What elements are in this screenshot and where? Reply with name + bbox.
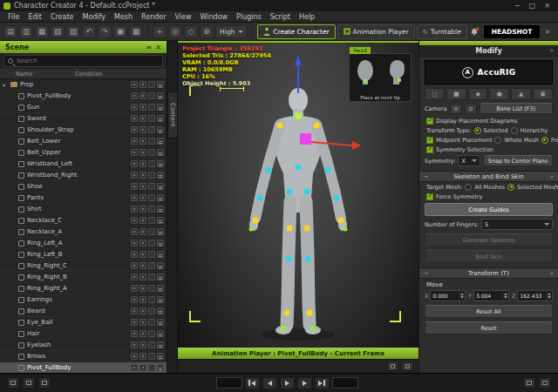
camera-side-icon[interactable] [465, 104, 477, 114]
more-options-icon[interactable] [157, 81, 164, 88]
lock-toggle-icon[interactable] [148, 341, 155, 348]
visibility-toggle-icon[interactable] [131, 194, 138, 201]
redo-icon[interactable]: ↷ [98, 25, 112, 38]
more-options-icon[interactable] [157, 217, 164, 224]
mesh-toggle-icon[interactable] [140, 296, 146, 303]
visibility-toggle-icon[interactable] [131, 92, 138, 99]
move-x-field[interactable]: 0.000 [430, 290, 466, 301]
visibility-toggle-icon[interactable] [131, 160, 138, 167]
visibility-toggle-icon[interactable] [131, 251, 138, 258]
rotate-tool-icon[interactable]: ◎ [168, 25, 182, 38]
lock-toggle-icon[interactable] [148, 92, 155, 99]
lock-toggle-icon[interactable] [148, 149, 155, 156]
expander-icon[interactable]: ▾ [3, 82, 10, 88]
mesh-toggle-icon[interactable] [140, 104, 146, 111]
lock-toggle-icon[interactable] [148, 251, 155, 258]
maximize-button[interactable]: □ [525, 0, 540, 11]
mesh-toggle-icon[interactable] [140, 251, 146, 258]
collapse-icon[interactable]: − [424, 270, 429, 277]
fingers-dropdown[interactable]: 5 [481, 219, 553, 230]
mesh-toggle-icon[interactable] [140, 81, 146, 88]
snap-center-plane-button[interactable]: Snap to Center Plane [483, 155, 553, 166]
visibility-toggle-icon[interactable] [131, 126, 138, 133]
skeleton-section-header[interactable]: − Skeleton and Bind Skin » [419, 171, 558, 182]
lock-toggle-icon[interactable] [148, 274, 155, 280]
column-name[interactable]: Name [0, 71, 75, 78]
spinner[interactable] [459, 291, 465, 301]
visibility-toggle-icon[interactable] [131, 262, 138, 269]
midpoint-checkbox[interactable] [426, 137, 433, 144]
more-options-icon[interactable] [157, 341, 164, 348]
minimize-button[interactable]: ─ [510, 0, 525, 11]
visibility-toggle-icon[interactable] [131, 81, 138, 88]
scene-tree-item[interactable]: Shoe [0, 181, 167, 193]
panel-menu-icon[interactable]: ≡ [146, 44, 153, 51]
lock-toggle-icon[interactable] [148, 183, 155, 190]
more-options-icon[interactable] [157, 104, 164, 111]
more-options-icon[interactable] [157, 240, 164, 247]
scene-tree-item[interactable]: Eye_Ball [0, 317, 167, 328]
section-more-icon[interactable]: » [550, 270, 554, 277]
transform-hierarchy-radio[interactable] [511, 127, 518, 134]
loop-icon[interactable] [523, 377, 535, 389]
toolbar-overflow-button[interactable]: » [542, 28, 552, 36]
mesh-toggle-icon[interactable] [140, 183, 146, 190]
display-placement-checkbox[interactable] [426, 118, 433, 125]
scene-tree-item[interactable]: Belt_Upper [0, 147, 167, 159]
record-icon[interactable] [539, 377, 551, 389]
character-body[interactable] [249, 88, 347, 335]
quality-dropdown[interactable]: High [215, 25, 248, 38]
viewport-3d[interactable]: Project Triangle : 358191Selected Tris :… [178, 41, 418, 359]
jump-end-button[interactable] [315, 377, 330, 389]
menu-item[interactable]: Window [196, 13, 233, 21]
mesh-toggle-icon[interactable] [140, 274, 146, 280]
more-options-icon[interactable] [157, 330, 164, 337]
transform-selected-radio[interactable] [474, 127, 481, 134]
menu-item[interactable]: Create [46, 13, 78, 21]
mesh-toggle-icon[interactable] [140, 160, 146, 167]
more-options-icon[interactable] [157, 296, 164, 303]
menu-item[interactable]: Help [295, 13, 319, 21]
visibility-toggle-icon[interactable] [131, 115, 138, 122]
guide-tool-icon[interactable]: ◆ [468, 88, 488, 100]
undo-icon[interactable]: ↶ [82, 25, 96, 38]
lock-toggle-icon[interactable] [148, 104, 155, 111]
scene-tree-item[interactable]: Necklace_C [0, 215, 167, 226]
mesh-toggle-icon[interactable] [140, 149, 146, 156]
collapse-icon[interactable]: − [424, 173, 429, 180]
visibility-toggle-icon[interactable] [131, 228, 138, 235]
end-frame-field[interactable] [332, 377, 358, 389]
pose-tool-icon[interactable]: ◻ [425, 88, 445, 100]
timeline-settings-icon[interactable] [38, 377, 51, 389]
bone-tool-icon[interactable]: ■ [446, 88, 466, 100]
scale-tool-icon[interactable]: ◇ [184, 25, 198, 38]
scene-tree-item[interactable]: Belt_Lower [0, 136, 167, 147]
scene-tree-item[interactable]: Ring_Right_C [0, 260, 167, 272]
camera-front-icon[interactable] [450, 104, 462, 114]
scene-tree-item[interactable]: Brows [0, 351, 167, 362]
column-condition[interactable]: Condition [75, 71, 102, 78]
visibility-toggle-icon[interactable] [131, 240, 138, 247]
close-button[interactable]: × [540, 0, 555, 11]
start-frame-field[interactable] [216, 377, 242, 389]
menu-item[interactable]: View [171, 13, 196, 21]
mesh-toggle-icon[interactable] [140, 319, 146, 326]
camera-icon[interactable] [402, 362, 413, 371]
more-options-icon[interactable] [157, 138, 164, 145]
mesh-toggle-icon[interactable] [140, 115, 146, 122]
prev-frame-button[interactable] [262, 377, 277, 389]
more-options-icon[interactable] [157, 149, 164, 156]
section-more-icon[interactable]: » [550, 173, 554, 180]
open-project-icon[interactable]: ▥ [19, 25, 33, 38]
export-icon[interactable]: ▨ [66, 25, 80, 38]
mesh-toggle-icon[interactable] [140, 172, 146, 179]
save-project-icon[interactable]: ▦ [35, 25, 49, 38]
mesh-toggle-icon[interactable] [140, 364, 146, 371]
more-options-icon[interactable] [157, 285, 164, 292]
mesh-toggle-icon[interactable] [140, 240, 146, 247]
visibility-toggle-icon[interactable] [131, 364, 138, 371]
move-z-field[interactable]: 162.433 [517, 290, 553, 301]
menu-item[interactable]: Mesh [110, 13, 137, 21]
scene-tree-item[interactable]: Necklace_A [0, 226, 167, 238]
panel-close-icon[interactable]: × [155, 44, 161, 51]
